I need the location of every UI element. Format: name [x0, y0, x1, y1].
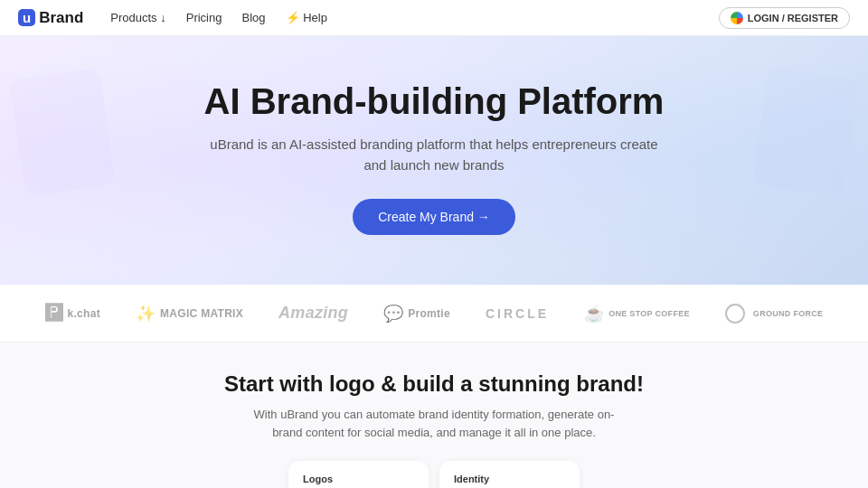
nav-help[interactable]: ⚡ Help — [278, 7, 335, 28]
kchat-label: k.chat — [68, 307, 100, 320]
brand-amazing: Amazing — [278, 304, 348, 323]
brand-one-stop-coffee: ☕ ONE STOP COFFEE — [584, 304, 690, 324]
nav-pricing[interactable]: Pricing — [179, 7, 230, 28]
kchat-icon: 🅿 — [45, 303, 63, 324]
brand-promtie: 💬 Promtie — [383, 304, 450, 324]
coffee-icon: ☕ — [584, 304, 604, 324]
hero-subtitle: uBrand is an AI-assisted branding platfo… — [208, 135, 660, 175]
promtie-icon: 💬 — [383, 304, 403, 324]
ground-force-label: GROUND FORCE — [753, 309, 824, 318]
cards-row: Logos Identity Identity — [288, 461, 580, 488]
cta-button[interactable]: Create My Brand → — [353, 199, 515, 235]
logos-bar: 🅿 k.chat ✨ MAGIC MATRIX Amazing 💬 Promti… — [0, 285, 868, 343]
nav-blog[interactable]: Blog — [234, 7, 272, 28]
google-icon — [731, 12, 743, 24]
coffee-label: ONE STOP COFFEE — [609, 309, 690, 318]
logo-brand: Brand — [39, 9, 83, 27]
circle-label: CIRCLE — [486, 306, 549, 321]
logo[interactable]: uBrand — [18, 9, 83, 27]
brand-circle: CIRCLE — [486, 306, 549, 321]
hero-title: AI Brand-building Platform — [204, 81, 665, 122]
identity-card: Identity Identity — [439, 461, 580, 488]
nav-products[interactable]: Products ↓ — [103, 7, 173, 28]
hero-deco-right — [752, 68, 858, 197]
magic-matrix-icon: ✨ — [136, 304, 156, 324]
brand-magic-matrix: ✨ MAGIC MATRIX — [136, 304, 243, 324]
login-label: LOGIN / REGISTER — [748, 13, 838, 23]
navbar: uBrand Products ↓ Pricing Blog ⚡ Help LO… — [0, 0, 868, 36]
hero-deco-left — [10, 68, 116, 197]
section-subtitle: With uBrand you can automate brand ident… — [244, 406, 624, 441]
logos-card-title: Logos — [303, 474, 414, 484]
brand-ground-force: GROUND FORCE — [725, 304, 824, 324]
magic-matrix-label: MAGIC MATRIX — [160, 307, 243, 320]
ground-force-icon — [725, 304, 745, 324]
brand-section: Start with logo & build a stunning brand… — [0, 343, 868, 488]
identity-card-title: Identity — [454, 474, 565, 484]
nav-left: uBrand Products ↓ Pricing Blog ⚡ Help — [18, 7, 335, 28]
login-button[interactable]: LOGIN / REGISTER — [719, 7, 850, 29]
amazing-label: Amazing — [278, 304, 348, 323]
promtie-label: Promtie — [408, 307, 450, 320]
logos-card: Logos — [288, 461, 429, 488]
logo-u: u — [18, 9, 35, 26]
hero-section: AI Brand-building Platform uBrand is an … — [0, 36, 868, 285]
brand-kchat: 🅿 k.chat — [45, 303, 100, 324]
section-title: Start with logo & build a stunning brand… — [224, 371, 644, 397]
nav-right: LOGIN / REGISTER — [719, 7, 850, 29]
